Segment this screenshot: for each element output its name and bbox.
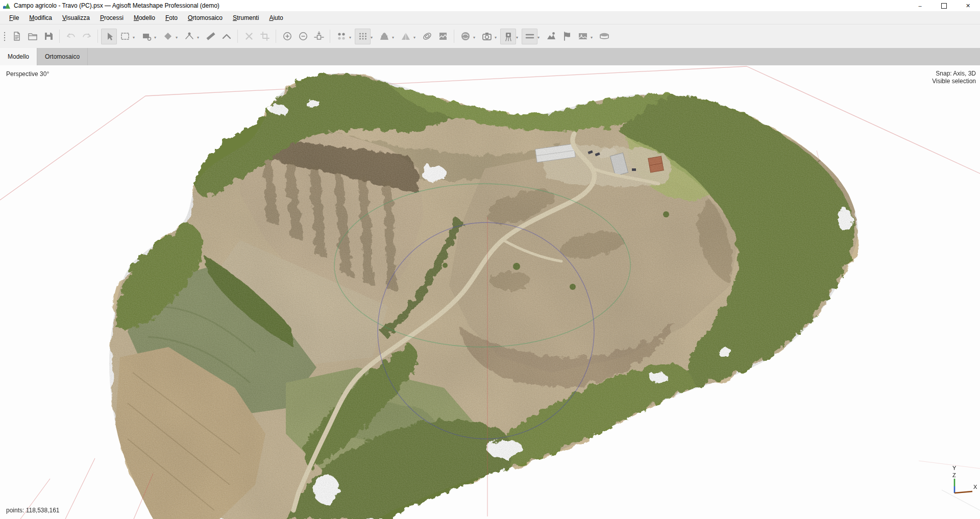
model-scene[interactable]: Y Z X (0, 65, 980, 519)
doc-icon (11, 31, 22, 42)
menu-modello[interactable]: Modello (129, 13, 160, 23)
camera-button-dropdown[interactable]: ▾ (495, 33, 500, 40)
show-images-button[interactable] (575, 29, 591, 44)
cursor-icon (104, 31, 115, 42)
redo-button[interactable] (79, 29, 94, 44)
fit-view-button[interactable] (311, 29, 327, 44)
toolbar-separator (330, 30, 330, 43)
zoom-out-button[interactable] (295, 29, 311, 44)
region-icon (141, 31, 152, 42)
node-icon (184, 31, 195, 42)
axis-gizmo: Y Z X (952, 465, 977, 493)
region-tool-button[interactable] (138, 29, 154, 44)
menu-foto[interactable]: Foto (160, 13, 183, 23)
delete-selection-button[interactable] (241, 29, 257, 44)
show-markers-button[interactable] (559, 29, 575, 44)
globe-icon (460, 31, 471, 42)
sparse-cloud-view-button-dropdown[interactable]: ▾ (349, 33, 355, 40)
menu-modifica[interactable]: Modifica (24, 13, 57, 23)
tab-ortomosaico[interactable]: Ortomosaico (37, 48, 88, 65)
toolbar-separator (97, 30, 98, 43)
flag-icon (561, 31, 573, 42)
draw-measure-tool-button-dropdown[interactable]: ▾ (197, 33, 203, 40)
swirl-icon (422, 31, 433, 42)
undo-button[interactable] (63, 29, 79, 44)
stack-button[interactable] (596, 29, 612, 44)
menu-file[interactable]: File (4, 13, 24, 23)
view-tab-bar: ModelloOrtomosaico (0, 48, 980, 65)
menu-visualizza[interactable]: Visualizza (57, 13, 95, 23)
show-cameras-button-dropdown[interactable]: ▾ (516, 33, 522, 40)
diamond-icon (162, 31, 174, 42)
show-items-button[interactable] (522, 29, 537, 44)
crop-selection-button[interactable] (257, 29, 273, 44)
mesh-view-button-dropdown[interactable]: ▾ (392, 33, 398, 40)
zoom-in-button[interactable] (279, 29, 295, 44)
menu-strumenti[interactable]: Strumenti (228, 13, 264, 23)
dots4-icon (336, 31, 347, 42)
save-project-button[interactable] (40, 29, 56, 44)
toolbar-separator (59, 30, 60, 43)
camera-button[interactable] (479, 29, 495, 44)
sparse-cloud-view-button[interactable] (333, 29, 349, 44)
pyramid-icon (400, 31, 411, 42)
maximize-button[interactable] (932, 0, 956, 11)
lines-icon (524, 31, 535, 42)
stack-icon (599, 31, 610, 42)
toolbar-separator (276, 30, 276, 43)
points-status: points: 118,538,161 (6, 507, 60, 514)
camera-icon (481, 31, 493, 42)
menu-ortomosaico[interactable]: Ortomosaico (183, 13, 228, 23)
rectangle-selection-tool-button-dropdown[interactable]: ▾ (133, 33, 138, 40)
terrain-model[interactable] (92, 65, 888, 519)
ruler-tool-button[interactable] (203, 29, 218, 44)
toolbar-separator (237, 30, 238, 43)
title-bar: Campo agricolo - Travo (PC).psx — Agisof… (0, 0, 980, 11)
axis-x-label: X (973, 484, 977, 490)
dense-cloud-view-button-dropdown[interactable]: ▾ (371, 33, 376, 40)
close-button[interactable]: ✕ (956, 0, 980, 11)
mesh-view-button[interactable] (376, 29, 392, 44)
maximize-icon (941, 3, 947, 9)
dots9-icon (357, 31, 369, 42)
save-icon (43, 31, 54, 42)
menu-aiuto[interactable]: Aiuto (264, 13, 288, 23)
snap-label: Snap: Axis, 3D (932, 70, 976, 78)
show-images-button-dropdown[interactable]: ▾ (591, 33, 596, 40)
show-cameras-button[interactable] (500, 29, 516, 44)
axis-z-label: Z (952, 472, 956, 478)
rectangle-selection-tool-button[interactable] (117, 29, 133, 44)
angle-tool-button[interactable] (218, 29, 234, 44)
image-icon (577, 31, 589, 42)
new-project-button[interactable] (9, 29, 24, 44)
show-photos-button[interactable] (543, 29, 559, 44)
texture-view-button[interactable] (419, 29, 435, 44)
folder-icon (27, 31, 38, 42)
tiled-model-view-button-dropdown[interactable]: ▾ (413, 33, 419, 40)
show-items-button-dropdown[interactable]: ▾ (537, 33, 543, 40)
video-icon (503, 31, 514, 42)
rotate-region-tool-button-dropdown[interactable]: ▾ (176, 33, 181, 40)
cross-icon (243, 31, 255, 42)
region-tool-button-dropdown[interactable]: ▾ (154, 33, 160, 40)
window-title: Campo agricolo - Travo (PC).psx — Agisof… (14, 2, 219, 9)
undo-icon (65, 31, 77, 42)
angle-icon (221, 31, 232, 42)
rotate-region-tool-button[interactable] (160, 29, 176, 44)
draw-measure-tool-button[interactable] (181, 29, 197, 44)
ortho-preview-button[interactable] (435, 29, 451, 44)
menu-processi[interactable]: Processi (95, 13, 129, 23)
open-project-button[interactable] (24, 29, 40, 44)
dense-cloud-view-button[interactable] (355, 29, 371, 44)
zoom-out-icon (298, 31, 309, 42)
navigation-tool-button[interactable] (101, 29, 117, 44)
tiled-model-view-button[interactable] (398, 29, 413, 44)
globe-button-dropdown[interactable]: ▾ (473, 33, 479, 40)
selection-label: Visible selection (932, 78, 976, 85)
minimize-button[interactable]: – (908, 0, 932, 11)
tab-modello[interactable]: Modello (0, 48, 37, 65)
model-viewport[interactable]: Y Z X Perspective 30° Snap: Axis, 3D Vis… (0, 65, 980, 519)
menu-bar: FileModificaVisualizzaProcessiModelloFot… (0, 11, 980, 24)
select-rect-icon (119, 31, 131, 42)
globe-button[interactable] (457, 29, 473, 44)
